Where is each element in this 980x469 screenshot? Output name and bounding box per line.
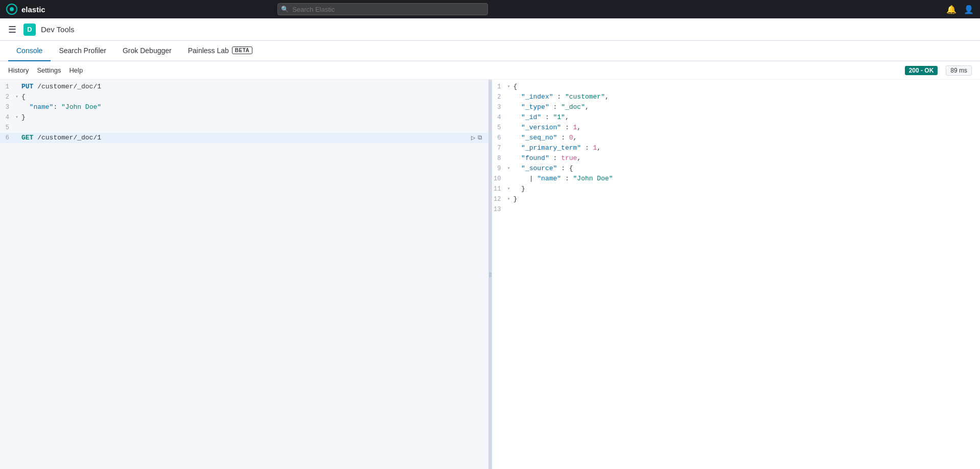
logo-circle-icon [6,4,17,15]
output-line-2: 2 "_index" : "customer", [492,92,981,102]
elastic-wordmark: elastic [21,5,45,14]
appbar: ☰ D Dev Tools [0,18,980,41]
topbar: elastic 🔍 🔔 👤 [0,0,980,18]
app-title: Dev Tools [41,25,75,34]
tab-search-profiler[interactable]: Search Profiler [51,41,114,61]
output-line-6: 6 "_seq_no" : 0, [492,133,981,143]
output-line-8: 8 "found" : true, [492,153,981,163]
time-badge: 89 ms [946,65,972,76]
tabs-bar: Console Search Profiler Grok Debugger Pa… [0,41,980,61]
output-line-12: 12 ▾ } [492,194,981,204]
global-search-bar[interactable]: 🔍 [277,3,488,15]
output-content: 1 ▾ { 2 "_index" : "customer", 3 "_type"… [492,80,981,469]
output-line-9: 9 ▾ "_source" : { [492,163,981,174]
beta-badge: BETA [232,46,252,54]
editor-line-4: 4 ▾ } [0,112,488,123]
editor-pane[interactable]: 1 PUT /customer/_doc/1 2 ▾ { 3 "name": "… [0,80,489,469]
history-link[interactable]: History [8,66,29,74]
notifications-icon[interactable]: 🔔 [946,5,956,14]
tab-grok-debugger[interactable]: Grok Debugger [114,41,180,61]
output-line-5: 5 "_version" : 1, [492,123,981,133]
line-actions: ▷ ⧉ [471,133,484,143]
editor-line-3: 3 "name": "John Doe" [0,102,488,112]
editor-line-5: 5 [0,123,488,133]
user-avatar-icon[interactable]: 👤 [964,5,974,14]
subtoolbar: History Settings Help 200 - OK 89 ms [0,61,980,80]
output-line-10: 10 | "name" : "John Doe" [492,174,981,184]
hamburger-menu-icon[interactable]: ☰ [8,24,16,35]
output-pane[interactable]: 1 ▾ { 2 "_index" : "customer", 3 "_type"… [492,80,981,469]
editor-line-2: 2 ▾ { [0,92,488,102]
editor-line-6: 6 GET /customer/_doc/1 ▷ ⧉ [0,133,488,143]
help-link[interactable]: Help [69,66,83,74]
global-search-input[interactable] [277,3,488,15]
output-line-13: 13 [492,204,981,215]
tab-painless-lab[interactable]: Painless Lab BETA [180,41,261,61]
app-icon: D [24,24,36,36]
editor-line-1: 1 PUT /customer/_doc/1 [0,82,488,92]
tab-console[interactable]: Console [8,41,51,61]
status-badge: 200 - OK [905,66,938,75]
main-area: 1 PUT /customer/_doc/1 2 ▾ { 3 "name": "… [0,80,980,469]
settings-link[interactable]: Settings [37,66,61,74]
output-line-11: 11 ▾ } [492,184,981,194]
code-editor[interactable]: 1 PUT /customer/_doc/1 2 ▾ { 3 "name": "… [0,80,488,469]
elastic-logo: elastic [6,4,45,15]
output-line-4: 4 "_id" : "1", [492,112,981,123]
topbar-right-icons: 🔔 👤 [946,5,974,14]
run-button[interactable]: ▷ [471,133,475,143]
output-line-1: 1 ▾ { [492,82,981,92]
output-line-7: 7 "_primary_term" : 1, [492,143,981,153]
search-icon: 🔍 [281,6,289,13]
copy-as-curl-icon[interactable]: ⧉ [478,133,482,143]
output-line-3: 3 "_type" : "_doc", [492,102,981,112]
